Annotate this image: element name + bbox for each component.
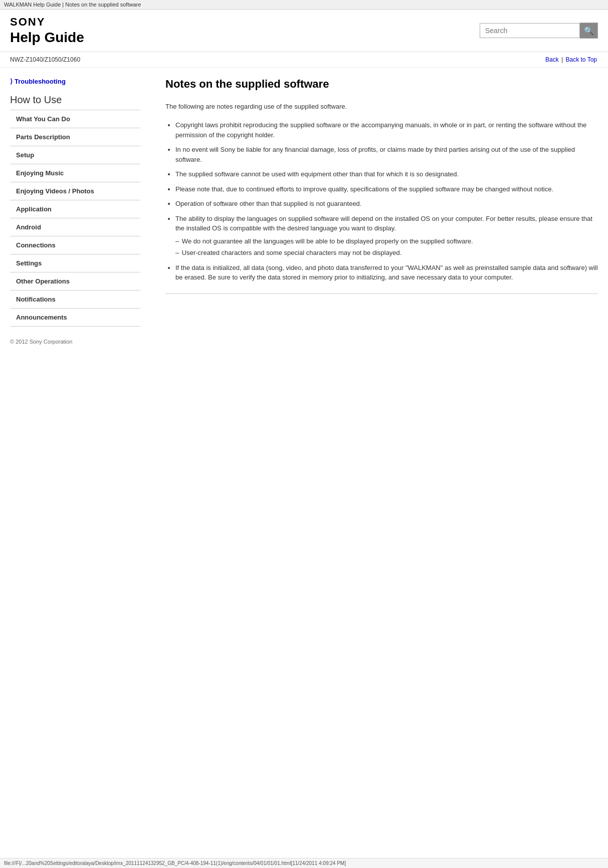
sidebar-item-announcements[interactable]: Announcements [10, 308, 140, 327]
sidebar-item-application[interactable]: Application [10, 200, 140, 218]
search-button[interactable]: 🔍 [580, 23, 598, 39]
search-input[interactable] [480, 23, 580, 38]
sub-list-item: User-created characters and some special… [175, 248, 598, 258]
browser-title-bar: WALKMAN Help Guide | Notes on the suppli… [0, 0, 608, 10]
copyright-text: © 2012 Sony Corporation [10, 339, 140, 345]
model-number: NWZ-Z1040/Z1050/Z1060 [10, 56, 80, 63]
article-body: Copyright laws prohibit reproducing the … [165, 120, 598, 294]
main-content: Notes on the supplied software The follo… [150, 68, 598, 355]
sub-header: NWZ-Z1040/Z1050/Z1060 Back | Back to Top [0, 52, 608, 68]
list-item: In no event will Sony be liable for any … [175, 145, 598, 164]
logo-area: SONY Help Guide [10, 16, 84, 46]
help-guide-title: Help Guide [10, 30, 84, 46]
nav-separator: | [561, 56, 564, 63]
nav-links: Back | Back to Top [544, 56, 598, 63]
list-item: The supplied software cannot be used wit… [175, 169, 598, 179]
search-icon: 🔍 [584, 26, 594, 36]
sony-logo: SONY [10, 16, 84, 29]
troubleshooting-link[interactable]: ⟩ Troubleshooting [10, 78, 140, 85]
troubleshooting-label: Troubleshooting [15, 78, 66, 85]
sub-bullet-list: We do not guarantee all the languages wi… [175, 236, 598, 258]
sidebar-item-other-operations[interactable]: Other Operations [10, 272, 140, 290]
content-intro: The following are notes regarding use of… [165, 103, 598, 110]
list-item: If the data is initialized, all data (so… [175, 263, 598, 282]
site-header: SONY Help Guide 🔍 [0, 10, 608, 52]
sidebar-item-notifications[interactable]: Notifications [10, 290, 140, 308]
main-container: ⟩ Troubleshooting How to Use What You Ca… [0, 68, 608, 355]
how-to-use-heading: How to Use [10, 94, 140, 106]
sidebar-item-connections[interactable]: Connections [10, 236, 140, 254]
article-title: Notes on the supplied software [165, 78, 598, 95]
list-item-languages: The ability to display the languages on … [175, 214, 598, 258]
back-to-top-link[interactable]: Back to Top [566, 56, 597, 63]
list-item: Operation of software other than that su… [175, 199, 598, 209]
sidebar-item-setup[interactable]: Setup [10, 146, 140, 164]
sidebar-item-android[interactable]: Android [10, 218, 140, 236]
back-link[interactable]: Back [545, 56, 559, 63]
list-item: Please note that, due to continued effor… [175, 184, 598, 194]
sidebar-item-what-you-can-do[interactable]: What You Can Do [10, 110, 140, 128]
sidebar-nav: What You Can Do Parts Description Setup … [10, 110, 140, 327]
sub-list-item: We do not guarantee all the languages wi… [175, 236, 598, 246]
sidebar: ⟩ Troubleshooting How to Use What You Ca… [10, 68, 150, 355]
sidebar-item-parts-description[interactable]: Parts Description [10, 128, 140, 146]
sidebar-item-enjoying-music[interactable]: Enjoying Music [10, 164, 140, 182]
chevron-right-icon: ⟩ [10, 78, 13, 85]
list-item: Copyright laws prohibit reproducing the … [175, 120, 598, 140]
bullet-list: Copyright laws prohibit reproducing the … [175, 120, 598, 282]
search-area: 🔍 [480, 23, 598, 39]
browser-title-text: WALKMAN Help Guide | Notes on the suppli… [4, 2, 141, 8]
sidebar-item-settings[interactable]: Settings [10, 254, 140, 272]
sidebar-item-enjoying-videos-photos[interactable]: Enjoying Videos / Photos [10, 182, 140, 200]
